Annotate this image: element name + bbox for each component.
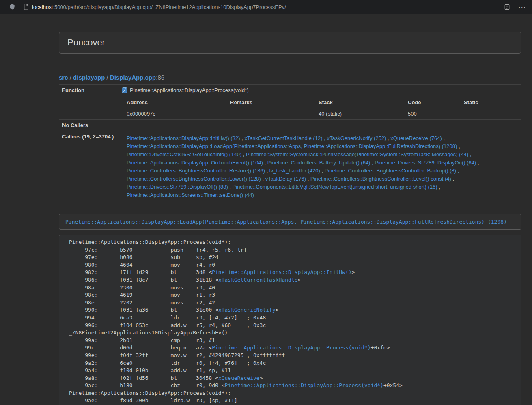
callee-link[interactable]: Pinetime::Controllers::BrightnessControl… [310,176,451,182]
callee-link[interactable]: lv_task_handler (420) [269,168,320,174]
stats-row-label [59,97,118,120]
breadcrumb-separator: / [68,74,73,81]
callee-link[interactable]: Pinetime::Applications::DisplayApp::Load… [127,143,457,149]
callee-link[interactable]: Pinetime::Applications::Screens::Timer::… [127,192,254,198]
breadcrumb: src / displayapp / DisplayApp.cpp:86 [59,74,521,81]
col-header-remarks: Remarks [227,97,315,108]
symbol-stats-table: Address Remarks Stack Code Static 0x0000… [123,97,521,119]
code-symbol-link[interactable]: xTaskGetCurrentTaskHandle [218,277,298,283]
function-icon [122,87,127,94]
callee-link[interactable]: xTaskGetCurrentTaskHandle (12) [244,135,322,141]
no-callers-label: No Callers [59,120,118,131]
function-row: Function Pinetime::Applications::Display… [59,85,521,97]
static-value [461,108,521,120]
page-title-panel: Puncover [59,32,521,54]
breadcrumb-file-link[interactable]: DisplayApp.cpp [110,74,156,81]
function-signature-cell: Pinetime::Applications::DisplayApp::Proc… [118,85,521,97]
callees-list: Pinetime::Applications::DisplayApp::Init… [118,131,521,205]
code-symbol-link[interactable]: xQueueReceive [218,375,260,381]
shield-icon[interactable] [7,3,17,11]
function-signature: Pinetime::Applications::DisplayApp::Proc… [130,87,249,93]
remarks-value [227,108,315,120]
callee-link[interactable]: vTaskDelay (176) [265,176,306,182]
callee-link[interactable]: Pinetime::Applications::DisplayApp::Init… [127,135,240,141]
callee-link[interactable]: xQueueReceive (764) [390,135,442,141]
stats-table-cell: Address Remarks Stack Code Static 0x0000… [118,97,521,120]
stack-value: 40 (static) [315,108,405,120]
col-header-stack: Stack [315,97,405,108]
symbol-heading-panel: Pinetime::Applications::DisplayApp::Load… [59,214,521,230]
browser-toolbar: localhost:5000/path/src/displayapp/Displ… [0,0,532,14]
address-value: 0x0000097c [123,108,227,120]
no-callers-row: No Callers [59,120,521,131]
callee-link[interactable]: Pinetime::Drivers::Cst816S::GetTouchInfo… [127,151,241,157]
col-header-code: Code [405,97,461,108]
symbol-heading-link[interactable]: Pinetime::Applications::DisplayApp::Load… [65,219,507,225]
callees-row: Callees (19, Σ=3704 ) Pinetime::Applicat… [59,131,521,205]
col-header-address: Address [123,97,227,108]
callees-label: Callees (19, Σ=3704 ) [59,131,118,205]
divider [59,66,521,66]
callee-link[interactable]: Pinetime::Drivers::St7789::DisplayOn() (… [375,159,476,166]
code-symbol-link[interactable]: Pinetime::Applications::DisplayApp::Proc… [225,382,383,388]
url-host: localhost [32,4,53,10]
function-label: Function [59,85,118,97]
callee-link[interactable]: Pinetime::Controllers::BrightnessControl… [127,176,261,182]
callee-link[interactable]: Pinetime::Drivers::St7789::DisplayOff() … [127,184,228,190]
stats-row: Address Remarks Stack Code Static 0x0000… [59,97,521,120]
main-content: Puncover src / displayapp / DisplayApp.c… [59,14,521,405]
callee-link[interactable]: Pinetime::Controllers::Battery::Update()… [267,159,370,166]
url-bar[interactable]: localhost:5000/path/src/displayapp/Displ… [32,4,286,10]
breadcrumb-displayapp-link[interactable]: displayapp [73,74,105,81]
line-number-suffix: :86 [156,74,164,81]
code-symbol-link[interactable]: xTaskGenericNotify [218,307,276,313]
callee-link[interactable]: Pinetime::Controllers::BrightnessControl… [325,168,456,174]
col-header-static: Static [461,97,521,108]
code-symbol-link[interactable]: Pinetime::Applications::DisplayApp::Init… [212,269,351,275]
page-title: Puncover [67,37,513,48]
disassembly-panel: Pinetime::Applications::DisplayApp::Proc… [59,235,521,405]
code-symbol-link[interactable]: Pinetime::Applications::DisplayApp::Proc… [212,345,370,351]
code-value: 500 [405,108,461,120]
reader-view-icon[interactable] [504,4,510,11]
breadcrumb-separator: / [105,74,110,81]
breadcrumb-src-link[interactable]: src [59,74,68,81]
callee-link[interactable]: Pinetime::System::SystemTask::PushMessag… [246,151,468,157]
url-path: :5000/path/src/displayapp/DisplayApp.cpp… [53,4,286,10]
callee-link[interactable]: Pinetime::Controllers::BrightnessControl… [127,168,265,174]
stats-value-row: 0x0000097c 40 (static) 500 [123,108,521,120]
stats-header-row: Address Remarks Stack Code Static [123,97,521,108]
function-table: Function Pinetime::Applications::Display… [59,84,521,204]
callee-link[interactable]: xTaskGenericNotify (252) [327,135,386,141]
callee-link[interactable]: Pinetime::Components::LittleVgl::SetNewT… [233,184,437,190]
disassembly-code: Pinetime::Applications::DisplayApp::Proc… [59,235,521,405]
no-callers-cell [118,120,521,131]
page-icon [24,4,29,10]
overflow-menu-icon[interactable]: ⋯ [518,3,526,11]
callee-link[interactable]: Pinetime::Applications::DisplayApp::OnTo… [127,159,263,166]
